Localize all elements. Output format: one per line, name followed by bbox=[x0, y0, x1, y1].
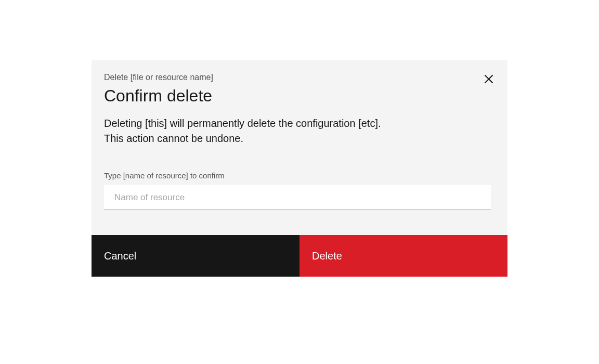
modal-label: Delete [file or resource name] bbox=[104, 73, 495, 82]
confirm-input-label: Type [name of resource] to confirm bbox=[104, 171, 495, 180]
close-icon bbox=[484, 74, 494, 84]
modal-footer: Cancel Delete bbox=[92, 235, 507, 277]
delete-button[interactable]: Delete bbox=[300, 235, 507, 277]
cancel-button[interactable]: Cancel bbox=[92, 235, 300, 277]
modal-description: Deleting [this] will permanently delete … bbox=[104, 116, 395, 146]
modal-body: Deleting [this] will permanently delete … bbox=[92, 116, 507, 235]
modal-header: Delete [file or resource name] Confirm d… bbox=[92, 60, 507, 106]
close-button[interactable] bbox=[483, 73, 495, 85]
modal-title: Confirm delete bbox=[104, 86, 495, 106]
confirm-resource-input[interactable] bbox=[104, 185, 491, 210]
delete-confirmation-modal: Delete [file or resource name] Confirm d… bbox=[92, 60, 507, 277]
